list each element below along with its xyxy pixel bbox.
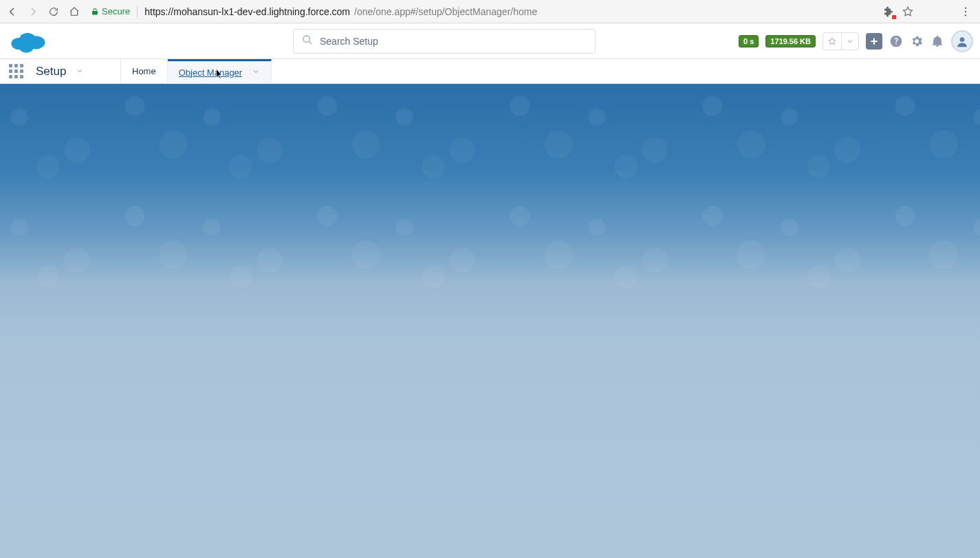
setup-gear-icon[interactable]	[910, 34, 924, 48]
content-area	[0, 84, 980, 558]
perf-memory-badge: 1719.56 KB	[765, 35, 816, 47]
svg-point-6	[19, 41, 34, 52]
app-launcher-icon[interactable]	[0, 59, 32, 83]
browser-address-bar: Secure https://mohansun-lx1-dev-ed.light…	[0, 0, 980, 23]
perf-timer-badge: 0 s	[739, 35, 759, 47]
app-switcher-chevron-icon[interactable]	[76, 65, 84, 78]
svg-point-2	[965, 14, 966, 16]
secure-label: Secure	[102, 6, 130, 17]
tab-object-manager[interactable]: Object Manager	[168, 59, 272, 83]
back-button[interactable]	[4, 3, 21, 20]
address-field[interactable]: Secure https://mohansun-lx1-dev-ed.light…	[91, 6, 537, 18]
global-search[interactable]	[293, 29, 596, 54]
salesforce-logo-icon[interactable]	[8, 28, 47, 55]
extension-red-icon[interactable]	[940, 6, 952, 18]
favorites-control[interactable]	[823, 32, 859, 50]
tab-label: Object Manager	[179, 67, 243, 78]
search-input[interactable]	[320, 36, 587, 47]
url-path: /one/one.app#/setup/ObjectManager/home	[354, 6, 537, 17]
bookmark-star-icon[interactable]	[902, 6, 914, 18]
search-icon	[302, 34, 313, 48]
lock-icon: Secure	[91, 6, 130, 17]
favorite-dropdown-icon[interactable]	[842, 33, 858, 50]
notifications-bell-icon[interactable]	[930, 34, 944, 48]
browser-home-button[interactable]	[66, 3, 83, 20]
browser-menu-icon[interactable]	[959, 6, 972, 18]
favorite-star-icon[interactable]	[823, 33, 841, 50]
tab-dropdown-chevron-icon[interactable]	[252, 67, 260, 78]
separator	[137, 6, 138, 18]
sf-global-header: 0 s 1719.56 KB +	[0, 23, 980, 59]
svg-point-0	[965, 7, 966, 8]
extension-icon[interactable]	[882, 6, 895, 18]
browser-extensions	[882, 6, 976, 18]
app-name: Setup	[36, 65, 66, 78]
tab-label: Home	[132, 66, 156, 76]
svg-point-1	[965, 10, 966, 12]
reload-button[interactable]	[45, 3, 62, 20]
extension-gray-icon[interactable]	[921, 6, 933, 18]
forward-button[interactable]	[25, 3, 41, 20]
app-tab-bar: Setup Home Object Manager	[0, 59, 980, 84]
url-host: https://mohansun-lx1-dev-ed.lightning.fo…	[144, 6, 350, 17]
help-icon[interactable]	[889, 34, 903, 48]
waffle-icon	[9, 64, 23, 78]
profile-avatar[interactable]	[951, 30, 973, 52]
global-create-button[interactable]: +	[866, 33, 882, 50]
svg-point-7	[960, 37, 965, 42]
tab-home[interactable]: Home	[121, 59, 168, 83]
